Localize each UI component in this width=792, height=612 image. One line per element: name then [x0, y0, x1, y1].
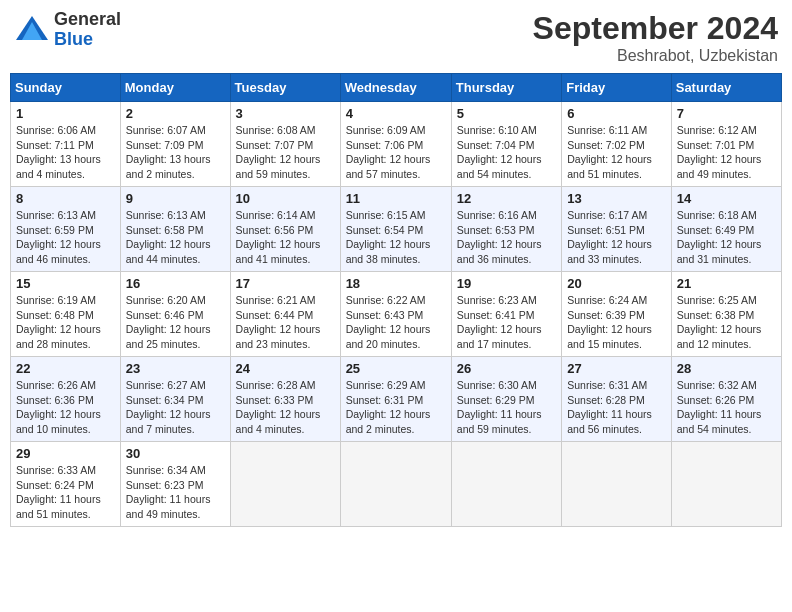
- day-number: 16: [126, 276, 225, 291]
- day-number: 28: [677, 361, 776, 376]
- day-info: Sunrise: 6:08 AM Sunset: 7:07 PM Dayligh…: [236, 123, 335, 182]
- day-number: 20: [567, 276, 666, 291]
- day-number: 25: [346, 361, 446, 376]
- calendar-cell: 13Sunrise: 6:17 AM Sunset: 6:51 PM Dayli…: [562, 187, 672, 272]
- calendar-cell: 22Sunrise: 6:26 AM Sunset: 6:36 PM Dayli…: [11, 357, 121, 442]
- day-info: Sunrise: 6:34 AM Sunset: 6:23 PM Dayligh…: [126, 463, 225, 522]
- day-number: 17: [236, 276, 335, 291]
- day-number: 5: [457, 106, 556, 121]
- calendar-cell: 14Sunrise: 6:18 AM Sunset: 6:49 PM Dayli…: [671, 187, 781, 272]
- day-number: 21: [677, 276, 776, 291]
- calendar-cell: 24Sunrise: 6:28 AM Sunset: 6:33 PM Dayli…: [230, 357, 340, 442]
- day-number: 14: [677, 191, 776, 206]
- day-info: Sunrise: 6:24 AM Sunset: 6:39 PM Dayligh…: [567, 293, 666, 352]
- calendar-cell: 21Sunrise: 6:25 AM Sunset: 6:38 PM Dayli…: [671, 272, 781, 357]
- day-number: 3: [236, 106, 335, 121]
- day-info: Sunrise: 6:11 AM Sunset: 7:02 PM Dayligh…: [567, 123, 666, 182]
- day-info: Sunrise: 6:06 AM Sunset: 7:11 PM Dayligh…: [16, 123, 115, 182]
- calendar-table: Sunday Monday Tuesday Wednesday Thursday…: [10, 73, 782, 527]
- day-number: 23: [126, 361, 225, 376]
- header: General Blue September 2024 Beshrabot, U…: [10, 10, 782, 65]
- day-info: Sunrise: 6:29 AM Sunset: 6:31 PM Dayligh…: [346, 378, 446, 437]
- calendar-cell: [562, 442, 672, 527]
- logo-text: General Blue: [54, 10, 121, 50]
- day-info: Sunrise: 6:21 AM Sunset: 6:44 PM Dayligh…: [236, 293, 335, 352]
- day-number: 6: [567, 106, 666, 121]
- day-number: 2: [126, 106, 225, 121]
- col-wednesday: Wednesday: [340, 74, 451, 102]
- day-info: Sunrise: 6:12 AM Sunset: 7:01 PM Dayligh…: [677, 123, 776, 182]
- logo-icon: [14, 12, 50, 48]
- calendar-cell: 17Sunrise: 6:21 AM Sunset: 6:44 PM Dayli…: [230, 272, 340, 357]
- day-info: Sunrise: 6:22 AM Sunset: 6:43 PM Dayligh…: [346, 293, 446, 352]
- day-number: 19: [457, 276, 556, 291]
- calendar-row-2: 15Sunrise: 6:19 AM Sunset: 6:48 PM Dayli…: [11, 272, 782, 357]
- calendar-cell: 9Sunrise: 6:13 AM Sunset: 6:58 PM Daylig…: [120, 187, 230, 272]
- calendar-row-3: 22Sunrise: 6:26 AM Sunset: 6:36 PM Dayli…: [11, 357, 782, 442]
- day-info: Sunrise: 6:17 AM Sunset: 6:51 PM Dayligh…: [567, 208, 666, 267]
- calendar-cell: [671, 442, 781, 527]
- calendar-cell: 15Sunrise: 6:19 AM Sunset: 6:48 PM Dayli…: [11, 272, 121, 357]
- day-number: 12: [457, 191, 556, 206]
- day-number: 24: [236, 361, 335, 376]
- day-number: 30: [126, 446, 225, 461]
- day-info: Sunrise: 6:14 AM Sunset: 6:56 PM Dayligh…: [236, 208, 335, 267]
- day-info: Sunrise: 6:27 AM Sunset: 6:34 PM Dayligh…: [126, 378, 225, 437]
- day-info: Sunrise: 6:13 AM Sunset: 6:58 PM Dayligh…: [126, 208, 225, 267]
- calendar-cell: 26Sunrise: 6:30 AM Sunset: 6:29 PM Dayli…: [451, 357, 561, 442]
- calendar-cell: 19Sunrise: 6:23 AM Sunset: 6:41 PM Dayli…: [451, 272, 561, 357]
- calendar-cell: 20Sunrise: 6:24 AM Sunset: 6:39 PM Dayli…: [562, 272, 672, 357]
- calendar-cell: 2Sunrise: 6:07 AM Sunset: 7:09 PM Daylig…: [120, 102, 230, 187]
- logo: General Blue: [14, 10, 121, 50]
- day-info: Sunrise: 6:09 AM Sunset: 7:06 PM Dayligh…: [346, 123, 446, 182]
- calendar-cell: 1Sunrise: 6:06 AM Sunset: 7:11 PM Daylig…: [11, 102, 121, 187]
- logo-blue-text: Blue: [54, 30, 121, 50]
- col-sunday: Sunday: [11, 74, 121, 102]
- day-info: Sunrise: 6:15 AM Sunset: 6:54 PM Dayligh…: [346, 208, 446, 267]
- day-info: Sunrise: 6:25 AM Sunset: 6:38 PM Dayligh…: [677, 293, 776, 352]
- calendar-cell: 8Sunrise: 6:13 AM Sunset: 6:59 PM Daylig…: [11, 187, 121, 272]
- calendar-cell: 12Sunrise: 6:16 AM Sunset: 6:53 PM Dayli…: [451, 187, 561, 272]
- calendar-cell: 29Sunrise: 6:33 AM Sunset: 6:24 PM Dayli…: [11, 442, 121, 527]
- day-number: 18: [346, 276, 446, 291]
- col-monday: Monday: [120, 74, 230, 102]
- calendar-row-1: 8Sunrise: 6:13 AM Sunset: 6:59 PM Daylig…: [11, 187, 782, 272]
- col-saturday: Saturday: [671, 74, 781, 102]
- day-number: 7: [677, 106, 776, 121]
- location: Beshrabot, Uzbekistan: [533, 47, 778, 65]
- day-info: Sunrise: 6:26 AM Sunset: 6:36 PM Dayligh…: [16, 378, 115, 437]
- day-number: 22: [16, 361, 115, 376]
- title-area: September 2024 Beshrabot, Uzbekistan: [533, 10, 778, 65]
- day-info: Sunrise: 6:33 AM Sunset: 6:24 PM Dayligh…: [16, 463, 115, 522]
- calendar-cell: 23Sunrise: 6:27 AM Sunset: 6:34 PM Dayli…: [120, 357, 230, 442]
- day-number: 9: [126, 191, 225, 206]
- calendar-cell: [451, 442, 561, 527]
- day-number: 1: [16, 106, 115, 121]
- day-info: Sunrise: 6:16 AM Sunset: 6:53 PM Dayligh…: [457, 208, 556, 267]
- calendar-cell: 10Sunrise: 6:14 AM Sunset: 6:56 PM Dayli…: [230, 187, 340, 272]
- day-info: Sunrise: 6:07 AM Sunset: 7:09 PM Dayligh…: [126, 123, 225, 182]
- calendar-row-0: 1Sunrise: 6:06 AM Sunset: 7:11 PM Daylig…: [11, 102, 782, 187]
- day-number: 4: [346, 106, 446, 121]
- calendar-cell: 11Sunrise: 6:15 AM Sunset: 6:54 PM Dayli…: [340, 187, 451, 272]
- day-info: Sunrise: 6:13 AM Sunset: 6:59 PM Dayligh…: [16, 208, 115, 267]
- calendar-cell: 16Sunrise: 6:20 AM Sunset: 6:46 PM Dayli…: [120, 272, 230, 357]
- calendar-cell: 5Sunrise: 6:10 AM Sunset: 7:04 PM Daylig…: [451, 102, 561, 187]
- day-info: Sunrise: 6:32 AM Sunset: 6:26 PM Dayligh…: [677, 378, 776, 437]
- calendar-row-4: 29Sunrise: 6:33 AM Sunset: 6:24 PM Dayli…: [11, 442, 782, 527]
- calendar-cell: 18Sunrise: 6:22 AM Sunset: 6:43 PM Dayli…: [340, 272, 451, 357]
- calendar-cell: 25Sunrise: 6:29 AM Sunset: 6:31 PM Dayli…: [340, 357, 451, 442]
- col-thursday: Thursday: [451, 74, 561, 102]
- day-info: Sunrise: 6:19 AM Sunset: 6:48 PM Dayligh…: [16, 293, 115, 352]
- day-number: 10: [236, 191, 335, 206]
- calendar-cell: 28Sunrise: 6:32 AM Sunset: 6:26 PM Dayli…: [671, 357, 781, 442]
- day-info: Sunrise: 6:10 AM Sunset: 7:04 PM Dayligh…: [457, 123, 556, 182]
- day-number: 27: [567, 361, 666, 376]
- day-number: 8: [16, 191, 115, 206]
- col-tuesday: Tuesday: [230, 74, 340, 102]
- calendar-cell: 6Sunrise: 6:11 AM Sunset: 7:02 PM Daylig…: [562, 102, 672, 187]
- calendar-cell: 30Sunrise: 6:34 AM Sunset: 6:23 PM Dayli…: [120, 442, 230, 527]
- col-friday: Friday: [562, 74, 672, 102]
- day-info: Sunrise: 6:18 AM Sunset: 6:49 PM Dayligh…: [677, 208, 776, 267]
- day-info: Sunrise: 6:20 AM Sunset: 6:46 PM Dayligh…: [126, 293, 225, 352]
